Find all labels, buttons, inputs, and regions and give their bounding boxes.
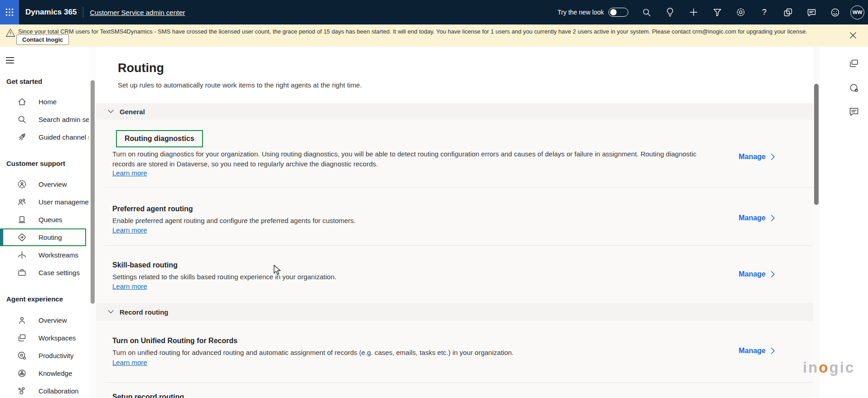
sidebar-item-routing[interactable]: Routing: [0, 228, 86, 246]
sidebar-item-queues[interactable]: Queues: [0, 211, 89, 228]
routing-icon: [17, 233, 27, 242]
new-look-label: Try the new look: [558, 9, 604, 16]
inogic-watermark: inogic: [803, 359, 855, 376]
chevron-right-icon: [771, 271, 775, 277]
question-icon: ?: [762, 8, 767, 17]
banner-close-button[interactable]: [848, 30, 858, 40]
feedback-button[interactable]: [823, 2, 847, 22]
row-divider: [105, 187, 813, 188]
sidebar-heading-agent-experience: Agent experience: [6, 295, 96, 304]
manage-link-unified-routing[interactable]: Manage: [738, 347, 775, 355]
search-icon: [642, 8, 651, 17]
guidance-button[interactable]: [776, 2, 800, 22]
sidebar-collapse-button[interactable]: [6, 56, 16, 65]
help-button[interactable]: ?: [752, 2, 776, 22]
row-title: Turn on Unified Routing for Records: [112, 337, 237, 345]
manage-link-routing-diagnostics[interactable]: Manage: [738, 153, 775, 161]
row-description: Settings related to the skills based rou…: [112, 272, 336, 282]
settings-button[interactable]: [729, 2, 752, 22]
lightbulb-icon: [665, 7, 675, 17]
sidebar-item-productivity[interactable]: Productivity: [0, 347, 89, 364]
chevron-right-icon: [771, 348, 775, 354]
chevron-right-icon: [771, 215, 775, 221]
manage-link-skill-based-routing[interactable]: Manage: [738, 270, 775, 278]
side-panels-button[interactable]: [847, 57, 861, 70]
row-description: Enable preferred agent routing and confi…: [112, 216, 356, 226]
sidebar-item-label: Knowledge: [39, 369, 72, 377]
sidebar-item-overview-agent[interactable]: Overview: [0, 311, 89, 329]
sidebar-item-knowledge[interactable]: Knowledge: [0, 364, 89, 382]
sidebar-item-overview-support[interactable]: Overview: [0, 175, 89, 193]
sidebar-item-label: Productivity: [39, 352, 74, 359]
search-button[interactable]: [635, 2, 658, 22]
row-description: Turn on unified routing for advanced rou…: [112, 348, 514, 358]
sidebar-item-home[interactable]: Home: [0, 93, 89, 111]
page-title: Routing: [118, 61, 164, 75]
sidebar-item-workspaces[interactable]: Workspaces: [0, 329, 89, 347]
learn-more-link[interactable]: Learn more: [112, 226, 147, 234]
plus-icon: [689, 8, 698, 17]
section-label: General: [120, 108, 145, 116]
rocket-icon: [17, 132, 27, 142]
ideas-button[interactable]: [658, 2, 682, 22]
sidebar-item-label: Overview: [39, 316, 67, 324]
sidebar-item-label: Routing: [39, 233, 62, 241]
manage-link-preferred-agent-routing[interactable]: Manage: [738, 214, 775, 222]
account-avatar[interactable]: WW: [850, 5, 864, 19]
new-look-toggle[interactable]: [608, 8, 628, 17]
sidebar-item-case-settings[interactable]: Case settings: [0, 264, 89, 282]
ring-badge-icon: [849, 83, 859, 93]
row-title: Skill-based routing: [112, 261, 178, 269]
sidebar-item-label: Home: [39, 98, 57, 106]
banner-message: Since your total CRM users for TextSMS4D…: [18, 28, 838, 35]
routing-diagnostics-highlight-box: Routing diagnostics: [116, 130, 203, 147]
top-app-bar: Dynamics 365 Customer Service admin cent…: [0, 0, 868, 24]
sidebar-item-label: Workstreams: [39, 251, 78, 259]
row-title: Setup record routing: [112, 393, 184, 398]
watermark-o: o: [819, 359, 829, 376]
learn-more-link[interactable]: Learn more: [112, 359, 147, 366]
person-icon: [17, 315, 27, 325]
app-area-link[interactable]: Customer Service admin center: [90, 9, 185, 16]
row-divider: [105, 382, 813, 383]
manage-label: Manage: [738, 347, 766, 355]
section-header-record-routing[interactable]: Record routing: [96, 303, 813, 321]
teams-chat-button[interactable]: [800, 2, 823, 22]
add-button[interactable]: [682, 2, 705, 22]
content-scrollbar-track[interactable]: [813, 47, 820, 398]
collaboration-icon: [17, 386, 27, 396]
row-title: Routing diagnostics: [125, 135, 194, 142]
sidebar-item-label: Case settings: [39, 269, 80, 277]
learn-more-link[interactable]: Learn more: [112, 169, 147, 177]
sidebar-item-label: Queues: [39, 216, 63, 223]
chevron-down-icon: [108, 110, 114, 113]
sidebar-item-user-management[interactable]: User management: [0, 193, 89, 211]
app-launcher-button[interactable]: [0, 0, 19, 24]
topbar-actions: Try the new look ? WW: [558, 2, 868, 22]
row-description: Turn on routing diagnostics for your org…: [112, 149, 706, 169]
sidebar-item-label: Guided channel s...: [39, 133, 97, 141]
sidebar-scrollbar-thumb[interactable]: [91, 80, 95, 304]
workspaces-icon: [17, 333, 27, 343]
sidebar-item-label: Collaboration: [39, 387, 78, 395]
content-scrollbar-thumb[interactable]: [814, 84, 819, 205]
sidebar-scrollbar-track[interactable]: [89, 47, 96, 398]
search-icon: [17, 115, 27, 124]
home-icon: [17, 97, 27, 107]
knowledge-icon: [17, 369, 27, 378]
people-community-icon: [17, 180, 27, 189]
toggle-knob: [610, 9, 617, 15]
learn-more-link[interactable]: Learn more: [112, 282, 147, 290]
feedback-chat-button[interactable]: [847, 105, 861, 118]
filter-button[interactable]: [705, 2, 729, 22]
app-title[interactable]: Dynamics 365: [25, 8, 77, 17]
right-utility-rail: [820, 47, 868, 398]
assist-ring-button[interactable]: [847, 81, 861, 95]
sidebar-item-guided-channel-setup[interactable]: Guided channel s...: [0, 128, 89, 146]
queue-icon: [17, 215, 27, 224]
sidebar-item-search-admin-settings[interactable]: Search admin sett...: [0, 111, 89, 128]
sidebar-item-workstreams[interactable]: Workstreams: [0, 246, 89, 264]
contact-inogic-button[interactable]: Contact Inogic: [16, 34, 69, 45]
sidebar-item-collaboration[interactable]: Collaboration: [0, 382, 89, 398]
section-header-general[interactable]: General: [96, 103, 813, 120]
